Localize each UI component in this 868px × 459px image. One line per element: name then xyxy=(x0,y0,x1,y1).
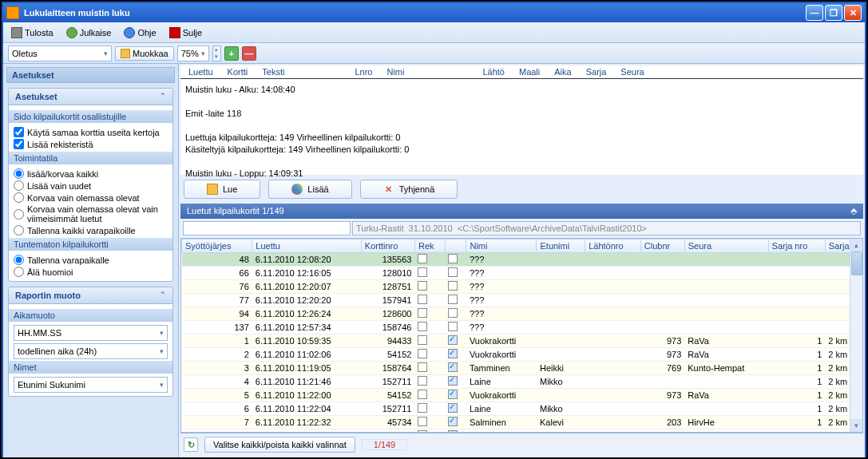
col-aika[interactable]: Aika xyxy=(554,67,571,77)
column-header[interactable]: Seura xyxy=(684,239,768,253)
clear-button[interactable]: ✕Tyhjennä xyxy=(360,180,458,199)
select-checkbox[interactable] xyxy=(448,430,458,433)
reg-checkbox[interactable] xyxy=(418,417,427,426)
reg-checkbox[interactable] xyxy=(418,322,427,331)
table-row[interactable]: 666.11.2010 12:16:05128010??? xyxy=(182,267,862,280)
reg-checkbox[interactable] xyxy=(418,376,427,386)
col-kortti[interactable]: Kortti xyxy=(228,67,248,77)
edit-button[interactable]: Muokkaa xyxy=(115,46,174,61)
mode-add-replace-all[interactable]: lisää/korvaa kaikki xyxy=(14,168,168,180)
column-header[interactable]: Nimi xyxy=(466,239,537,253)
table-row[interactable]: 86.11.2010 11:23:59156138LaineJani1418Lo… xyxy=(182,429,862,433)
spin-down-icon[interactable]: ▾ xyxy=(213,53,220,61)
select-checkbox[interactable] xyxy=(448,281,458,291)
table-row[interactable]: 766.11.2010 12:20:07128751??? xyxy=(182,280,862,294)
select-checkbox[interactable] xyxy=(448,349,458,358)
col-sarja[interactable]: Sarja xyxy=(586,67,607,77)
path-display[interactable] xyxy=(352,221,861,235)
publish-button[interactable]: Julkaise xyxy=(63,26,115,40)
multi-use-checkbox[interactable]: Käytä samaa korttia useita kertoja xyxy=(14,126,168,138)
unknown-ignore[interactable]: Älä huomioi xyxy=(14,266,168,278)
select-checkbox[interactable] xyxy=(448,403,458,413)
mode-save-reserve[interactable]: Tallenna kaikki varapaikoille xyxy=(14,224,168,236)
column-header[interactable]: Rek xyxy=(414,239,445,253)
reg-checkbox[interactable] xyxy=(418,295,427,304)
table-row[interactable]: 26.11.2010 11:02:0654152Vuokrakortti973R… xyxy=(182,348,862,362)
data-grid[interactable]: SyöttöjärjesLuettuKorttinroRekNimiEtunim… xyxy=(180,238,863,433)
reg-checkbox[interactable] xyxy=(418,390,427,399)
toggle-all-button[interactable]: Valitse kaikki/poista kaikki valinnat xyxy=(204,437,355,453)
add-action-button[interactable]: Lisää xyxy=(268,180,351,199)
reg-checkbox[interactable] xyxy=(418,362,427,372)
col-lnro[interactable]: Lnro xyxy=(355,67,372,77)
reg-checkbox[interactable] xyxy=(418,335,427,345)
unknown-save-reserve[interactable]: Tallenna varapaikalle xyxy=(14,254,168,266)
col-maali[interactable]: Maali xyxy=(519,67,540,77)
refresh-button[interactable]: ↻ xyxy=(184,437,198,452)
table-row[interactable]: 46.11.2010 11:21:46152711LaineMikko12 km xyxy=(182,375,862,389)
table-row[interactable]: 486.11.2010 12:08:20135563??? xyxy=(182,253,862,267)
select-checkbox[interactable] xyxy=(448,362,458,372)
table-row[interactable]: 36.11.2010 11:19:05158764TamminenHeikki7… xyxy=(182,362,862,375)
reg-checkbox[interactable] xyxy=(418,281,427,291)
select-checkbox[interactable] xyxy=(448,390,458,399)
select-checkbox[interactable] xyxy=(448,322,458,331)
table-row[interactable]: 16.11.2010 10:59:3594433Vuokrakortti973R… xyxy=(182,334,862,348)
select-checkbox[interactable] xyxy=(448,308,458,318)
column-header[interactable]: Korttinro xyxy=(361,239,414,253)
reg-checkbox[interactable] xyxy=(418,254,427,263)
scroll-thumb[interactable] xyxy=(851,251,862,275)
col-seura[interactable]: Seura xyxy=(620,67,644,77)
select-checkbox[interactable] xyxy=(448,335,458,345)
time-format-combo[interactable]: HH.MM.SS xyxy=(14,325,168,341)
close-button[interactable]: Sulje xyxy=(166,26,205,40)
zoom-combo[interactable]: 75% xyxy=(177,46,209,61)
select-checkbox[interactable] xyxy=(448,376,458,386)
select-checkbox[interactable] xyxy=(448,417,458,426)
remove-button[interactable]: — xyxy=(242,46,256,61)
name-format-combo[interactable]: Etunimi Sukunimi xyxy=(14,377,168,393)
vertical-scrollbar[interactable]: ▴ ▾ xyxy=(850,239,862,432)
filter-input[interactable] xyxy=(183,221,351,235)
collapse-icon[interactable]: ⌃ xyxy=(160,92,166,101)
table-row[interactable]: 1376.11.2010 12:57:34158746??? xyxy=(182,321,862,334)
mode-replace-existing[interactable]: Korvaa vain olemassa olevat xyxy=(14,192,168,204)
read-button[interactable]: Lue xyxy=(184,180,260,199)
table-row[interactable]: 56.11.2010 11:22:0054152Vuokrakortti973R… xyxy=(182,389,862,402)
reg-checkbox[interactable] xyxy=(418,267,427,277)
report-format-header[interactable]: Raportin muoto⌃ xyxy=(9,287,172,304)
mode-add-new[interactable]: Lisää vain uudet xyxy=(14,180,168,192)
add-from-register-checkbox[interactable]: Lisää rekisteristä xyxy=(14,138,168,150)
scroll-down-icon[interactable]: ▾ xyxy=(850,419,862,432)
col-nimi[interactable]: Nimi xyxy=(386,67,404,77)
reg-checkbox[interactable] xyxy=(418,430,427,433)
column-header[interactable]: Etunimi xyxy=(537,239,585,253)
scroll-up-icon[interactable]: ▴ xyxy=(850,239,862,251)
settings-panel-header[interactable]: Asetukset⌃ xyxy=(9,89,172,105)
column-header[interactable]: Sarja nro xyxy=(768,239,825,253)
add-button[interactable]: + xyxy=(224,46,239,61)
select-checkbox[interactable] xyxy=(448,267,458,277)
collapse-icon[interactable]: ⌃ xyxy=(160,291,166,300)
spin-up-icon[interactable]: ▴ xyxy=(213,46,220,53)
column-header[interactable] xyxy=(445,239,466,253)
table-row[interactable]: 776.11.2010 12:20:20157941??? xyxy=(182,294,862,307)
titlebar[interactable]: Lukulaitteen muistin luku — ❐ ✕ xyxy=(3,3,865,22)
column-header[interactable]: Clubnr xyxy=(640,239,684,253)
select-checkbox[interactable] xyxy=(448,254,458,263)
maximize-button[interactable]: ❐ xyxy=(825,5,842,21)
table-row[interactable]: 76.11.2010 11:22:3245734SalminenKalevi20… xyxy=(182,416,862,429)
col-teksti[interactable]: Teksti xyxy=(262,67,284,77)
zoom-spinner[interactable]: ▴▾ xyxy=(212,46,221,61)
column-header[interactable]: Luettu xyxy=(252,239,362,253)
col-lahto[interactable]: Lähtö xyxy=(482,67,505,77)
close-window-button[interactable]: ✕ xyxy=(844,5,862,21)
reg-checkbox[interactable] xyxy=(418,403,427,413)
column-header[interactable]: Lähtönro xyxy=(585,239,641,253)
minimize-button[interactable]: — xyxy=(806,5,823,21)
reg-checkbox[interactable] xyxy=(418,308,427,318)
preset-combo[interactable]: Oletus xyxy=(8,46,112,61)
pin-icon[interactable]: ⬘ xyxy=(850,206,857,216)
print-button[interactable]: Tulosta xyxy=(8,26,57,40)
col-luettu[interactable]: Luettu xyxy=(188,67,213,77)
